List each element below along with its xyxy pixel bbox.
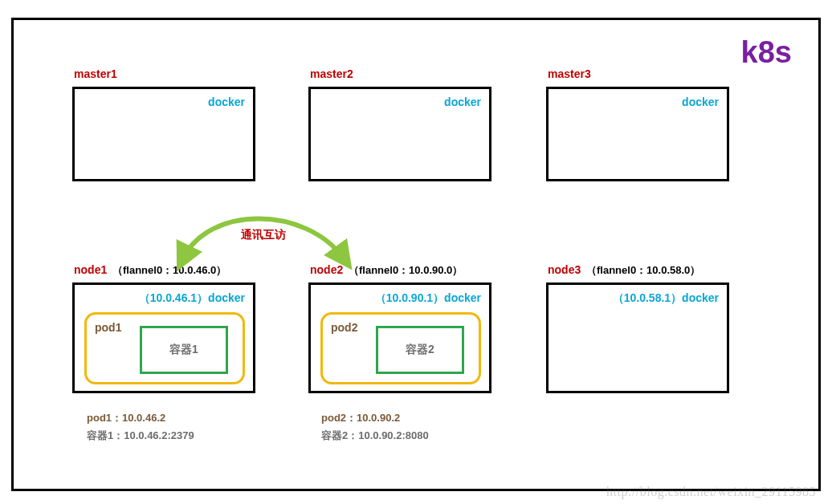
pod2-label: pod2 [331,321,357,334]
master3-box: docker [546,87,729,181]
node2-box: （10.0.90.1）docker pod2 容器2 [308,282,491,393]
title-k8s: k8s [741,35,792,70]
node3-flannel-label: （flannel0：10.0.58.0） [586,263,700,278]
container1-addr-label: 容器1：10.0.46.2:2379 [87,429,194,443]
comm-label: 通讯互访 [241,228,286,242]
master2-label: master2 [310,67,353,80]
pod1-box: pod1 容器1 [84,312,245,384]
container1-label: 容器1 [169,343,198,357]
canvas: k8s http://blog.csdn.net/weixin_29115985… [0,0,832,504]
container2-label: 容器2 [406,343,434,357]
node3-docker-label: （10.0.58.1）docker [613,291,719,306]
node2-docker-label: （10.0.90.1）docker [375,291,481,306]
watermark-text: http://blog.csdn.net/weixin_29115985 [606,485,816,499]
pod2-addr-label: pod2：10.0.90.2 [321,411,400,425]
container2-addr-label: 容器2：10.0.90.2:8080 [321,429,429,443]
master1-label: master1 [74,67,117,80]
pod2-box: pod2 容器2 [320,312,481,384]
container1-box: 容器1 [140,326,228,374]
node1-label: node1 [74,263,107,276]
master3-docker-label: docker [682,96,719,108]
node1-docker-label: （10.0.46.1）docker [139,291,245,306]
master1-docker-label: docker [208,96,245,108]
master2-box: docker [308,87,491,181]
pod1-addr-label: pod1：10.0.46.2 [87,411,165,425]
container2-box: 容器2 [376,326,464,374]
master3-label: master3 [548,67,591,80]
node1-box: （10.0.46.1）docker pod1 容器1 [72,282,255,393]
master2-docker-label: docker [444,96,481,108]
node3-box: （10.0.58.1）docker [546,282,729,393]
master1-box: docker [72,87,255,181]
node3-label: node3 [548,263,581,276]
pod1-label: pod1 [95,321,121,334]
